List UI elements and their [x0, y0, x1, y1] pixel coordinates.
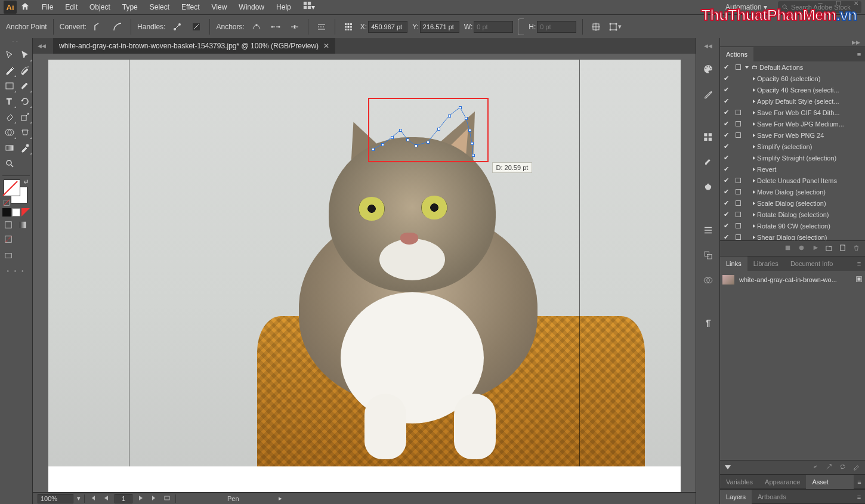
align-selection-icon[interactable]	[589, 20, 603, 34]
transform-panel-icon[interactable]	[700, 247, 716, 264]
action-dialog-toggle[interactable]	[732, 109, 744, 116]
action-dialog-toggle[interactable]	[732, 132, 744, 139]
action-toggle[interactable]: ✔	[720, 211, 732, 218]
artboards-tab[interactable]: Artboards	[752, 490, 792, 504]
screenmode-gradient-icon[interactable]	[17, 219, 29, 231]
handles-show-icon[interactable]	[170, 20, 184, 34]
action-toggle[interactable]: ✔	[720, 199, 732, 207]
actions-tab[interactable]: Actions	[720, 47, 753, 61]
menu-help[interactable]: Help	[270, 0, 297, 14]
anchor-point[interactable]	[472, 154, 475, 157]
action-item[interactable]: ✔Opacity 60 (selection)	[720, 73, 865, 84]
action-dialog-toggle[interactable]	[732, 64, 744, 71]
action-toggle[interactable]: ✔	[720, 154, 732, 162]
app-logo-icon[interactable]: Ai	[4, 1, 17, 14]
selection-tool-icon[interactable]	[2, 48, 17, 62]
disclosure-icon[interactable]	[751, 189, 757, 195]
links-tab[interactable]: Links	[720, 256, 747, 271]
play-icon[interactable]	[811, 244, 819, 253]
disclosure-icon[interactable]	[751, 212, 757, 218]
relink-icon[interactable]	[811, 463, 819, 472]
disclosure-icon[interactable]	[751, 234, 757, 240]
statusbar-dropdown-icon[interactable]: ▸	[279, 494, 282, 502]
action-toggle[interactable]: ✔	[720, 86, 732, 94]
action-toggle[interactable]: ✔	[720, 222, 732, 230]
paragraph-panel-icon[interactable]	[700, 315, 716, 332]
shapebuilder-tool-icon[interactable]	[2, 125, 17, 140]
action-item[interactable]: ✔Move Dialog (selection)	[720, 186, 865, 197]
align-panel-icon[interactable]	[700, 222, 716, 239]
last-artboard-icon[interactable]	[149, 495, 159, 502]
action-dialog-toggle[interactable]	[732, 200, 744, 207]
action-toggle[interactable]: ✔	[720, 120, 732, 128]
disclosure-icon[interactable]	[751, 155, 757, 161]
anchor-point[interactable]	[391, 136, 394, 139]
eyedropper-tool-icon[interactable]	[18, 141, 32, 155]
zoom-input[interactable]: 100%	[38, 494, 73, 503]
direct-selection-tool-icon[interactable]	[18, 48, 32, 62]
action-dialog-toggle[interactable]	[732, 234, 744, 241]
swatches-panel-icon[interactable]	[700, 129, 716, 146]
action-item[interactable]: ✔Revert	[720, 163, 865, 175]
stop-icon[interactable]	[784, 244, 792, 253]
action-dialog-toggle[interactable]	[732, 188, 744, 196]
link-item[interactable]: white-and-gray-cat-in-brown-wo...	[722, 273, 863, 286]
disclosure-icon[interactable]	[751, 87, 757, 93]
action-item[interactable]: ✔Scale Dialog (selection)	[720, 197, 865, 209]
action-item[interactable]: ✔Save For Web GIF 64 Dith...	[720, 107, 865, 118]
next-artboard-icon[interactable]	[136, 495, 146, 502]
color-panel-icon[interactable]	[700, 61, 716, 78]
action-toggle[interactable]: ✔	[720, 233, 732, 240]
action-item[interactable]: ✔Save For Web JPG Medium...	[720, 118, 865, 129]
screenmode-color-icon[interactable]	[2, 219, 14, 231]
disclosure-icon[interactable]	[751, 178, 757, 184]
action-item[interactable]: ✔Rotate 90 CW (selection)	[720, 220, 865, 231]
automation-menu[interactable]: Automation ▾	[719, 3, 773, 11]
libraries-tab[interactable]: Libraries	[747, 256, 784, 271]
canvas[interactable]: D: 20.59 pt	[48, 60, 681, 492]
zoom-dropdown-icon[interactable]: ▾	[77, 494, 81, 502]
rotate-tool-icon[interactable]	[18, 94, 32, 109]
panel-menu-icon[interactable]: ≡	[854, 478, 865, 486]
handles-hide-icon[interactable]	[189, 20, 203, 34]
layers-tab[interactable]: Layers	[720, 490, 752, 504]
action-toggle[interactable]: ✔	[720, 97, 732, 105]
action-item[interactable]: ✔Simplify (selection)	[720, 141, 865, 152]
cut-path-icon[interactable]	[288, 20, 302, 34]
action-toggle[interactable]: ✔	[720, 63, 732, 71]
disclosure-icon[interactable]	[751, 132, 757, 138]
anchor-point[interactable]	[372, 148, 375, 151]
anchor-point[interactable]	[437, 128, 440, 131]
disclosure-icon[interactable]	[751, 166, 757, 172]
brushes-panel-icon[interactable]	[700, 154, 716, 171]
new-action-icon[interactable]	[839, 244, 847, 253]
record-icon[interactable]	[798, 244, 805, 253]
start-menu-icon[interactable]: ▾	[297, 0, 321, 14]
prev-artboard-icon[interactable]	[101, 495, 111, 502]
action-dialog-toggle[interactable]	[732, 177, 744, 184]
menu-file[interactable]: File	[36, 0, 59, 14]
menu-type[interactable]: Type	[116, 0, 144, 14]
scale-tool-icon[interactable]	[18, 110, 32, 124]
paintbrush-tool-icon[interactable]	[18, 79, 32, 93]
maximize-button[interactable]: ☐	[829, 0, 847, 11]
curvature-tool-icon[interactable]	[18, 63, 32, 78]
anchor-point[interactable]	[459, 106, 462, 109]
collapse-right-icon[interactable]: ◀◀	[704, 43, 712, 49]
action-toggle[interactable]: ✔	[720, 75, 732, 82]
disclosure-icon[interactable]	[751, 110, 757, 116]
zoom-tool-icon[interactable]	[2, 156, 17, 171]
action-item[interactable]: ✔Simplify Straight (selection)	[720, 152, 865, 163]
rectangle-tool-icon[interactable]	[2, 79, 17, 93]
type-tool-icon[interactable]: T	[2, 94, 17, 109]
action-dialog-toggle[interactable]	[732, 211, 744, 218]
transform-icon[interactable]: ▾	[608, 20, 622, 34]
pen-tool-icon[interactable]	[2, 63, 17, 78]
menu-window[interactable]: Window	[233, 0, 270, 14]
document-info-tab[interactable]: Document Info	[784, 256, 839, 271]
draw-normal-icon[interactable]	[2, 208, 11, 217]
close-button[interactable]: ✕	[847, 0, 865, 11]
menu-edit[interactable]: Edit	[59, 0, 84, 14]
draw-behind-icon[interactable]	[12, 208, 20, 217]
anchor-point[interactable]	[381, 143, 384, 146]
